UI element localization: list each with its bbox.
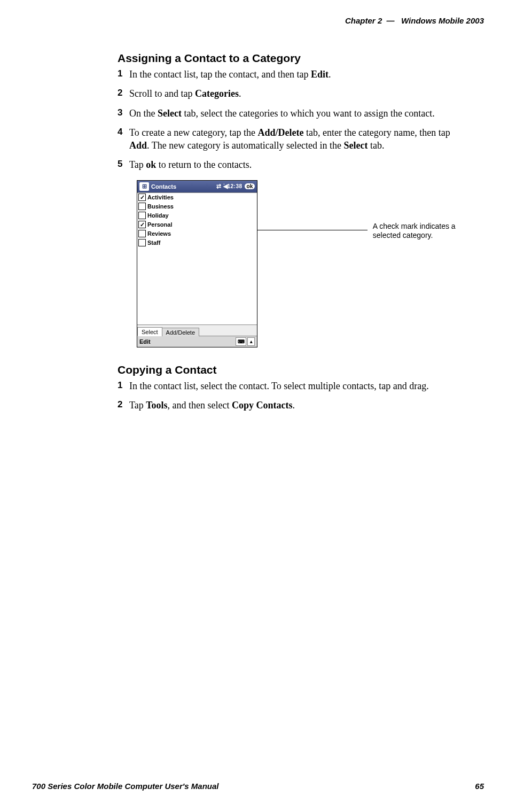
- speaker-icon: ◀ׂ: [223, 183, 228, 190]
- row-label: Business: [147, 203, 174, 210]
- edit-menu[interactable]: Edit: [139, 338, 151, 345]
- category-list: Activities Business Holiday Personal Rev…: [137, 192, 257, 324]
- chapter-label: Chapter: [345, 16, 376, 25]
- sip-keyboard-icon[interactable]: ⌨: [236, 337, 246, 346]
- section1-steps: 1 In the contact list, tap the contact, …: [118, 68, 463, 172]
- ok-button[interactable]: ok: [245, 183, 255, 189]
- tab-add-delete[interactable]: Add/Delete: [162, 328, 199, 336]
- section2-steps: 1 In the contact list, select the contac…: [118, 380, 463, 412]
- pda-bottombar: Edit ⌨ ▴: [137, 336, 257, 347]
- step-number: 1: [118, 380, 129, 392]
- step-number: 3: [118, 107, 129, 119]
- list-item[interactable]: Holiday: [137, 211, 257, 220]
- list-item: 5 Tap ok to return to the contacts.: [118, 158, 463, 171]
- list-item: 4 To create a new category, tap the Add/…: [118, 126, 463, 152]
- step-number: 2: [118, 399, 129, 411]
- callout-text: A check mark indicates a selected catego…: [373, 222, 463, 241]
- tab-strip: Select Add/Delete: [137, 324, 257, 336]
- clock: 12:38: [228, 183, 243, 189]
- header-section-title: Windows Mobile 2003: [401, 16, 484, 25]
- step-number: 4: [118, 126, 129, 138]
- list-item[interactable]: Reviews: [137, 229, 257, 238]
- step-number: 1: [118, 68, 129, 80]
- row-label: Personal: [147, 221, 172, 228]
- manual-title: 700 Series Color Mobile Computer User's …: [32, 782, 219, 791]
- list-item: 1 In the contact list, tap the contact, …: [118, 68, 463, 81]
- row-label: Staff: [147, 239, 160, 246]
- header-separator: —: [387, 16, 395, 25]
- checkbox-icon[interactable]: [138, 203, 146, 210]
- app-title: Contacts: [151, 183, 176, 190]
- start-flag-icon[interactable]: ⊞: [139, 182, 149, 191]
- step-number: 2: [118, 87, 129, 99]
- page-number: 65: [475, 782, 484, 791]
- step-text: On the Select tab, select the categories…: [129, 107, 463, 120]
- row-label: Holiday: [147, 212, 169, 219]
- list-item[interactable]: Business: [137, 202, 257, 211]
- connectivity-icon: ⇄: [216, 183, 221, 190]
- chapter-number: 2: [378, 16, 382, 25]
- list-item[interactable]: Personal: [137, 220, 257, 229]
- step-text: In the contact list, select the contact.…: [129, 380, 463, 392]
- step-text: Tap ok to return to the contacts.: [129, 158, 463, 171]
- checkbox-icon[interactable]: [138, 230, 146, 237]
- section1-heading: Assigning a Contact to a Category: [118, 52, 463, 65]
- running-header: Chapter 2 — Windows Mobile 2003: [32, 16, 484, 25]
- list-item: 2 Tap Tools, and then select Copy Contac…: [118, 399, 463, 412]
- figure: ⊞ Contacts ⇄ ◀ׂ 12:38 ok Activities Busi…: [137, 180, 463, 347]
- step-text: To create a new category, tap the Add/De…: [129, 126, 463, 152]
- checkbox-icon[interactable]: [138, 212, 146, 219]
- list-item[interactable]: Staff: [137, 238, 257, 248]
- checkbox-icon[interactable]: [138, 194, 146, 201]
- list-item: 1 In the contact list, select the contac…: [118, 380, 463, 392]
- device-screenshot: ⊞ Contacts ⇄ ◀ׂ 12:38 ok Activities Busi…: [137, 180, 257, 347]
- row-label: Activities: [147, 194, 174, 200]
- step-text: In the contact list, tap the contact, an…: [129, 68, 463, 81]
- checkbox-icon[interactable]: [138, 221, 146, 228]
- page-footer: 700 Series Color Mobile Computer User's …: [32, 771, 484, 791]
- list-item: 2 Scroll to and tap Categories.: [118, 87, 463, 100]
- pda-titlebar: ⊞ Contacts ⇄ ◀ׂ 12:38 ok: [137, 181, 257, 192]
- callout-leader-line: [257, 230, 368, 230]
- section2-heading: Copying a Contact: [118, 364, 463, 376]
- list-item[interactable]: Activities: [137, 193, 257, 202]
- step-text: Tap Tools, and then select Copy Contacts…: [129, 399, 463, 412]
- list-item: 3 On the Select tab, select the categori…: [118, 107, 463, 120]
- step-number: 5: [118, 158, 129, 171]
- row-label: Reviews: [147, 230, 171, 237]
- step-text: Scroll to and tap Categories.: [129, 87, 463, 100]
- checkbox-icon[interactable]: [138, 239, 146, 246]
- tab-select[interactable]: Select: [137, 327, 162, 336]
- sip-menu-icon[interactable]: ▴: [247, 337, 255, 346]
